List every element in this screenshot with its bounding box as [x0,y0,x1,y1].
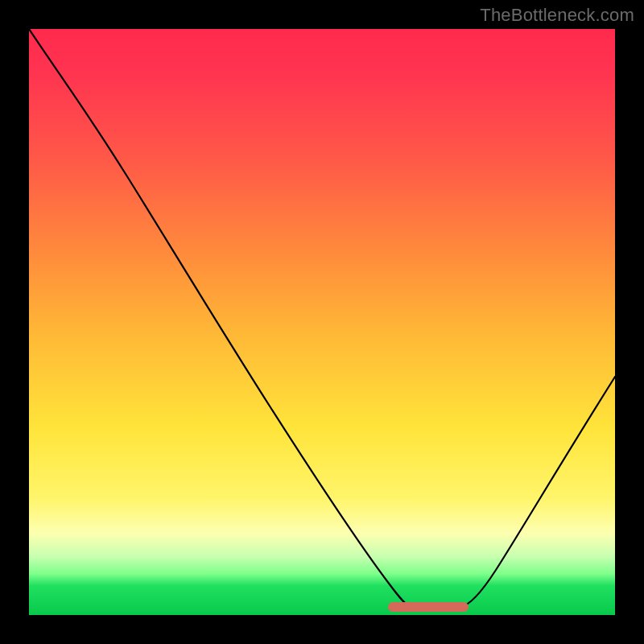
chart-svg [29,29,615,615]
chart-plot-area [29,29,615,615]
chart-frame: TheBottleneck.com [0,0,644,644]
bottleneck-curve-path [29,29,615,607]
watermark-text: TheBottleneck.com [480,5,634,26]
